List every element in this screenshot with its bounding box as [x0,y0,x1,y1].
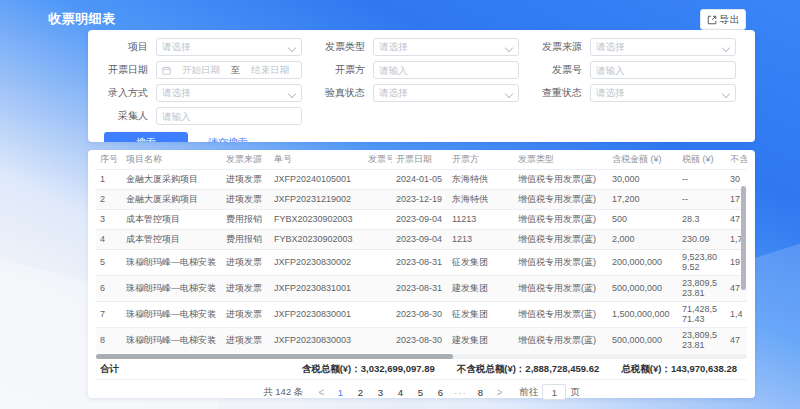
cell-no: 5 [96,249,122,275]
cell-date: 2023-09-04 [392,229,448,249]
cell-type: 增值税专用发票(蓝) [514,249,608,275]
export-icon [707,15,717,25]
cell-amount: 2,000 [608,229,678,249]
cell-amount: 500,000,000 [608,275,678,301]
cell-project: 珠穆朗玛峰—电梯安装 [122,249,222,275]
search-button[interactable]: 搜索 [104,132,188,142]
cell-date: 2023-08-30 [392,327,448,353]
invoice-source-select[interactable]: 请选择 [590,38,736,56]
cell-invoice-no [364,327,392,353]
page-number-4[interactable]: 4 [393,385,407,400]
page-number-6[interactable]: 6 [433,385,447,400]
export-button[interactable]: 导出 [700,9,746,30]
cell-date: 2023-08-31 [392,275,448,301]
project-filter-label: 项目 [96,40,156,54]
page-number-3[interactable]: 3 [373,385,387,400]
cell-order: JXFP20240105001 [270,169,364,189]
chevron-down-icon [289,44,296,51]
collector-input[interactable] [162,111,296,122]
cell-source: 进项发票 [222,169,270,189]
cell-tax: 230.09 [678,229,726,249]
vertical-scrollbar-thumb[interactable] [741,186,746,290]
cell-source: 进项发票 [222,189,270,209]
summary-label: 合计 [96,363,119,376]
table-scroll-area: 序号 项目名称 发票来源 单号 发票号 开票日期 开票方 发票类型 含税金额 (… [96,150,747,353]
cell-amount: 200,000,000 [608,249,678,275]
dup-status-select-placeholder: 请选择 [596,87,719,100]
summary-row: 合计 含税总额(¥)：3,032,699,097.89 不含税总额(¥)：2,8… [96,359,747,380]
page-title: 收票明细表 [48,10,116,28]
cell-source: 进项发票 [222,301,270,327]
entry-method-select[interactable]: 请选择 [156,84,302,102]
cell-no: 4 [96,229,122,249]
collector-input-wrapper [156,107,302,125]
filter-panel: 项目 请选择 发票类型 请选择 发票来源 请选择 开票日期 [88,30,755,142]
chevron-down-icon [289,90,296,97]
cell-no: 3 [96,209,122,229]
pagination: 共 142 条 < 1 2 3 4 5 6 ··· 8 > 前往 页 [96,380,747,404]
invoice-no-input[interactable] [596,65,730,76]
col-header-invoice-no: 发票号 [364,150,392,169]
pagination-total: 共 142 条 [263,386,303,399]
verify-status-filter-label: 验真状态 [313,86,373,100]
cell-party: 建发集团 [448,327,514,353]
cell-source: 费用报销 [222,229,270,249]
invoice-type-select[interactable]: 请选择 [373,38,519,56]
cell-type: 增值税专用发票(蓝) [514,169,608,189]
page-number-5[interactable]: 5 [413,385,427,400]
cell-project: 金融大厦采购项目 [122,189,222,209]
project-select[interactable]: 请选择 [156,38,302,56]
cell-tax: 23,809,523.81 [678,327,726,353]
page-number-2[interactable]: 2 [353,385,367,400]
cell-party: 建发集团 [448,275,514,301]
table-row: 1 金融大厦采购项目 进项发票 JXFP20240105001 2024-01-… [96,169,747,189]
cell-project: 金融大厦采购项目 [122,169,222,189]
cell-date: 2023-12-19 [392,189,448,209]
table-row: 8 珠穆朗玛峰—电梯安装 进项发票 JXFP20230830003 2023-0… [96,327,747,353]
chevron-down-icon [723,90,730,97]
col-header-type: 发票类型 [514,150,608,169]
chevron-down-icon [723,44,730,51]
cell-order: FYBX20230902003 [270,229,364,249]
cell-tax: 23,809,523.81 [678,275,726,301]
cell-party: 征发集团 [448,249,514,275]
page-number-1[interactable]: 1 [333,385,347,400]
cell-invoice-no [364,229,392,249]
table-header-row: 序号 项目名称 发票来源 单号 发票号 开票日期 开票方 发票类型 含税金额 (… [96,150,747,169]
cell-party: 11213 [448,209,514,229]
cell-order: JXFP20231219002 [270,189,364,209]
cell-no: 2 [96,189,122,209]
cell-date: 2023-09-04 [392,209,448,229]
cell-type: 增值税专用发票(蓝) [514,301,608,327]
invoice-source-select-placeholder: 请选择 [596,41,719,54]
cell-invoice-no [364,169,392,189]
issuer-input[interactable] [379,65,513,76]
next-page-arrow[interactable]: > [493,387,505,398]
jump-to-suffix: 页 [570,386,580,399]
prev-page-arrow[interactable]: < [315,387,327,398]
export-button-label: 导出 [720,13,740,27]
invoice-type-select-placeholder: 请选择 [379,41,502,54]
page-number-8[interactable]: 8 [473,385,487,400]
jump-to-page-input[interactable] [542,384,566,400]
cell-type: 增值税专用发票(蓝) [514,189,608,209]
cell-no: 8 [96,327,122,353]
cell-invoice-no [364,275,392,301]
cell-party: 东海特供 [448,189,514,209]
clear-search-link[interactable]: 清空搜索 [208,136,248,143]
jump-to-label: 前往 [519,386,538,399]
cell-date: 2023-08-30 [392,301,448,327]
cell-order: FYBX20230902003 [270,209,364,229]
issuer-input-wrapper [373,61,519,79]
cell-tax: 28.3 [678,209,726,229]
more-pages-ellipsis[interactable]: ··· [453,385,467,400]
invoice-date-range-picker[interactable]: 开始日期 至 结束日期 [156,61,302,79]
col-header-date: 开票日期 [392,150,448,169]
invoice-table-card: 序号 项目名称 发票来源 单号 发票号 开票日期 开票方 发票类型 含税金额 (… [88,150,755,398]
horizontal-scrollbar-thumb[interactable] [96,354,453,359]
collector-filter-label: 采集人 [96,109,156,123]
tax-total: 总税额(¥)：143,970,638.28 [621,363,737,376]
horizontal-scrollbar-track[interactable] [96,354,747,359]
dup-status-select[interactable]: 请选择 [590,84,736,102]
verify-status-select[interactable]: 请选择 [373,84,519,102]
